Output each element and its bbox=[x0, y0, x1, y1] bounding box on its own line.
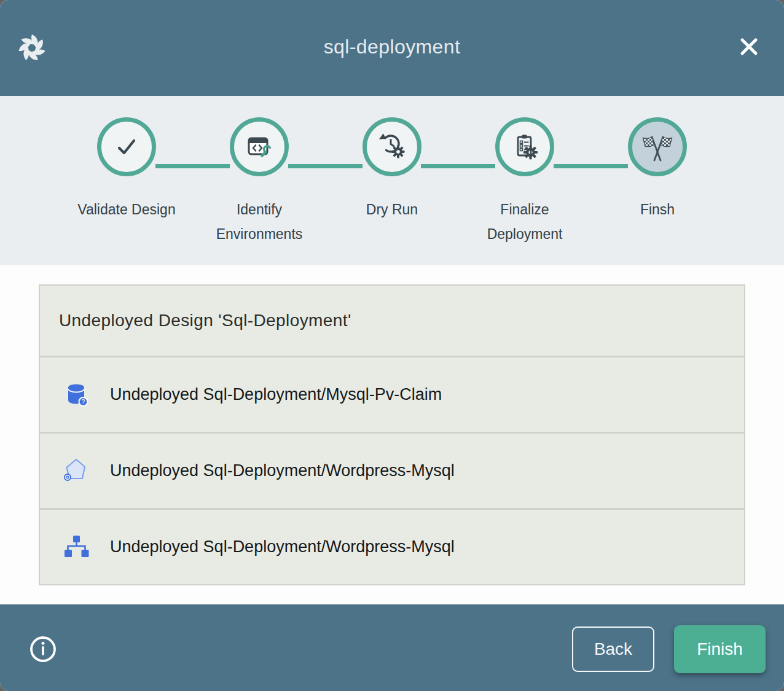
deployment-wizard-dialog: sql-deployment Validate Design bbox=[0, 0, 784, 691]
step-identify-environments: Identify Environments bbox=[193, 117, 326, 246]
result-text: Undeployed Sql-Deployment/Wordpress-Mysq… bbox=[110, 537, 455, 556]
step-label: Dry Run bbox=[366, 197, 418, 222]
database-icon: ? bbox=[61, 380, 91, 410]
pentagon-icon bbox=[61, 456, 91, 486]
step-label: Finalize Deployment bbox=[466, 197, 583, 246]
dialog-footer: Back Finish bbox=[0, 604, 784, 691]
clipboard-gear-icon bbox=[510, 132, 539, 162]
results-panel: Undeployed Design 'Sql-Deployment' ? Und… bbox=[39, 284, 745, 585]
step-label: Validate Design bbox=[77, 197, 175, 222]
dialog-header: sql-deployment bbox=[0, 0, 784, 96]
step-identify-environments-circle[interactable] bbox=[230, 117, 289, 176]
wizard-stepper: Validate Design Identify Environments bbox=[0, 96, 784, 265]
checkered-flags-icon bbox=[640, 130, 675, 164]
step-label: Identify Environments bbox=[201, 197, 318, 246]
results-section: Undeployed Design 'Sql-Deployment' ? Und… bbox=[0, 265, 784, 604]
step-dry-run-circle[interactable] bbox=[363, 117, 421, 176]
step-label: Finsh bbox=[640, 197, 675, 222]
result-row: ? Undeployed Sql-Deployment/Mysql-Pv-Cla… bbox=[40, 357, 744, 432]
info-button[interactable] bbox=[29, 635, 57, 663]
info-icon bbox=[29, 635, 57, 663]
dialog-title: sql-deployment bbox=[0, 36, 784, 58]
result-header-text: Undeployed Design 'Sql-Deployment' bbox=[59, 311, 351, 330]
result-text: Undeployed Sql-Deployment/Wordpress-Mysq… bbox=[110, 461, 455, 480]
step-connector bbox=[554, 164, 628, 168]
result-text: Undeployed Sql-Deployment/Mysql-Pv-Claim bbox=[110, 385, 442, 404]
step-finish-circle[interactable] bbox=[628, 117, 687, 176]
back-button[interactable]: Back bbox=[572, 627, 654, 672]
result-row: Undeployed Sql-Deployment/Wordpress-Mysq… bbox=[40, 434, 744, 508]
step-finalize-deployment-circle[interactable] bbox=[495, 117, 554, 176]
step-finish: Finsh bbox=[591, 117, 724, 246]
result-header-row: Undeployed Design 'Sql-Deployment' bbox=[40, 286, 744, 356]
check-icon bbox=[112, 132, 141, 162]
step-validate-design: Validate Design bbox=[60, 117, 193, 246]
step-connector bbox=[421, 164, 495, 168]
step-dry-run: Dry Run bbox=[326, 117, 458, 246]
finish-button[interactable]: Finish bbox=[674, 625, 766, 673]
code-window-wrench-icon bbox=[245, 132, 274, 162]
close-button[interactable] bbox=[735, 33, 763, 61]
step-connector bbox=[155, 164, 230, 168]
sync-clock-gear-icon bbox=[377, 132, 407, 162]
step-finalize-deployment: Finalize Deployment bbox=[458, 117, 591, 246]
result-row: Undeployed Sql-Deployment/Wordpress-Mysq… bbox=[40, 510, 744, 584]
step-validate-design-circle[interactable] bbox=[97, 117, 156, 176]
svg-text:?: ? bbox=[82, 398, 85, 405]
close-icon bbox=[739, 36, 759, 57]
step-connector bbox=[288, 164, 363, 168]
hierarchy-icon bbox=[61, 533, 91, 562]
